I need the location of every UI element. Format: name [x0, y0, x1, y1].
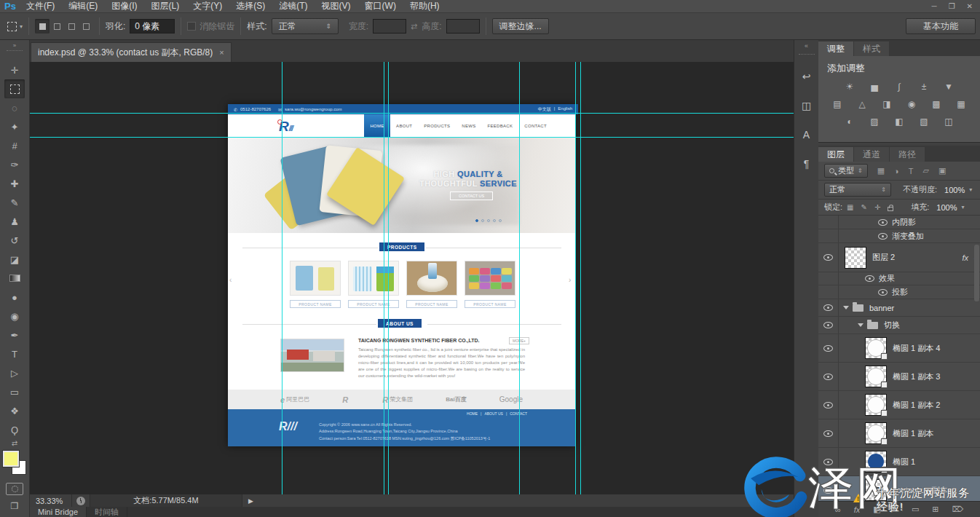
effect-item-drop-shadow[interactable]: 投影 [818, 285, 980, 299]
filter-pixel-layers-icon[interactable]: ▦ [877, 166, 885, 175]
height-input[interactable] [446, 19, 480, 33]
lock-position-icon[interactable]: ✛ [874, 203, 880, 211]
blend-mode-dropdown[interactable]: 正常 ⇕ [824, 183, 891, 197]
tab-adjustments[interactable]: 调整 [818, 42, 853, 56]
hand-tool[interactable]: ❖ [4, 401, 25, 420]
levels-icon[interactable]: ▅ [867, 81, 882, 92]
lock-transparency-icon[interactable]: ▦ [847, 203, 853, 211]
character-panel-icon[interactable]: A [798, 126, 815, 143]
text-layer-thumbnail[interactable]: T [865, 479, 887, 501]
layer-thumbnail[interactable] [865, 422, 887, 444]
lock-all-icon[interactable] [888, 207, 893, 211]
swap-colors-icon[interactable]: ⇄ [12, 439, 17, 449]
gradient-map-icon[interactable]: ▧ [917, 116, 932, 127]
selection-mode-intersect-button[interactable] [79, 19, 93, 33]
move-tool[interactable]: ✛ [4, 60, 25, 79]
visibility-eye-icon[interactable] [823, 487, 833, 494]
rectangular-marquee-tool[interactable] [4, 79, 25, 98]
lock-paint-icon[interactable]: ✎ [861, 203, 867, 211]
layer-row-ellipse1[interactable]: 椭圆 1 [818, 448, 980, 476]
curves-icon[interactable]: ∫ [892, 81, 907, 92]
clone-stamp-tool[interactable]: ♟ [4, 212, 25, 231]
selection-mode-new-button[interactable] [35, 19, 50, 33]
tab-timeline[interactable]: 时间轴 [87, 507, 127, 517]
type-tool[interactable]: T [4, 344, 25, 363]
tab-layers[interactable]: 图层 [818, 147, 853, 162]
eyedropper-tool[interactable]: ✑ [4, 155, 25, 174]
posterize-icon[interactable]: ▨ [867, 116, 882, 127]
layer-style-icon[interactable]: fx [854, 505, 861, 514]
color-lookup-icon[interactable]: ▦ [954, 98, 969, 110]
healing-brush-tool[interactable]: ✚ [4, 174, 25, 193]
layer-row-ellipse-copy2[interactable]: 椭圆 1 副本 2 [818, 391, 980, 419]
workspace-switcher-button[interactable]: 基本功能 [906, 18, 976, 34]
zoom-tool[interactable]: Ϙ [4, 420, 25, 439]
foreground-color-swatch[interactable] [3, 451, 19, 467]
filter-adjustment-layers-icon[interactable]: ◑ [894, 167, 899, 175]
menu-type[interactable]: 文字(Y) [193, 0, 222, 12]
expand-triangle-icon[interactable] [858, 323, 864, 327]
menu-select[interactable]: 选择(S) [236, 0, 265, 12]
fx-badge[interactable]: fx [962, 253, 968, 262]
layers-scrollbar[interactable] [974, 245, 979, 301]
exposure-icon[interactable]: ± [917, 81, 932, 92]
brush-tool[interactable]: ✎ [4, 193, 25, 212]
tab-styles[interactable]: 样式 [854, 42, 889, 56]
history-brush-tool[interactable]: ↺ [4, 231, 25, 250]
visibility-eye-icon[interactable] [823, 459, 833, 465]
swap-dimensions-icon[interactable]: ⇄ [411, 22, 417, 31]
close-icon[interactable]: ✕ [967, 2, 973, 10]
canvas-viewport[interactable]: ✆ 0512-82707626 ✉ sara.wu@rongwengroup.c… [30, 62, 794, 494]
feather-input[interactable]: 0 像素 [130, 19, 175, 33]
layer-row-ellipse-copy3[interactable]: 椭圆 1 副本 3 [818, 363, 980, 391]
effects-header[interactable]: 效果 [818, 272, 980, 285]
adjustment-layer-icon[interactable]: ◑ [893, 505, 898, 514]
group-row-banner[interactable]: banner [818, 299, 980, 317]
tool-preset-picker[interactable]: ▾ [7, 22, 23, 31]
invert-icon[interactable]: ◐ [842, 116, 858, 127]
layer-row-ellipse-copy[interactable]: 椭圆 1 副本 [818, 419, 980, 448]
path-selection-tool[interactable]: ▷ [4, 363, 25, 382]
selective-color-icon[interactable]: ◫ [941, 116, 957, 127]
menu-layer[interactable]: 图层(L) [151, 0, 180, 12]
menu-window[interactable]: 窗口(W) [365, 0, 396, 12]
tools-panel-header[interactable]: » [0, 40, 29, 60]
brightness-contrast-icon[interactable]: ☀ [842, 81, 858, 92]
link-layers-icon[interactable]: ∞ [835, 505, 841, 514]
visibility-eye-icon[interactable] [823, 254, 833, 261]
layer-row-ellipse-copy4[interactable]: 椭圆 1 副本 4 [818, 334, 980, 363]
selection-mode-subtract-button[interactable] [64, 19, 79, 33]
filter-shape-layers-icon[interactable]: ▱ [923, 166, 929, 175]
channel-mixer-icon[interactable]: ▩ [929, 98, 944, 110]
quick-mask-button[interactable] [6, 483, 23, 495]
visibility-eye-icon[interactable] [878, 289, 888, 296]
width-input[interactable] [373, 19, 406, 33]
antialias-checkbox[interactable] [187, 22, 196, 31]
pen-tool[interactable]: ✒ [4, 325, 25, 344]
visibility-eye-icon[interactable] [823, 345, 833, 352]
paragraph-panel-icon[interactable]: ¶ [798, 155, 815, 173]
menu-edit[interactable]: 编辑(E) [68, 0, 98, 12]
eraser-tool[interactable]: ◪ [4, 250, 25, 269]
color-balance-icon[interactable]: △ [855, 98, 870, 110]
shape-tool[interactable]: ▭ [4, 382, 25, 401]
effect-item-gradient-overlay[interactable]: 渐变叠加 [818, 229, 980, 243]
layer-filter-type-dropdown[interactable]: 类型 ⇕ [824, 164, 868, 178]
filter-smart-objects-icon[interactable]: ▣ [938, 166, 946, 175]
visibility-eye-icon[interactable] [878, 233, 888, 240]
opacity-value[interactable]: 100% [944, 186, 965, 194]
visibility-eye-icon[interactable] [878, 219, 888, 226]
menu-filter[interactable]: 滤镜(T) [279, 0, 307, 12]
gradient-tool[interactable] [4, 269, 25, 288]
crop-tool[interactable]: # [4, 136, 25, 155]
refine-edge-button[interactable]: 调整边缘... [492, 18, 549, 34]
threshold-icon[interactable]: ◧ [892, 116, 907, 127]
quick-selection-tool[interactable]: ✦ [4, 117, 25, 136]
style-dropdown[interactable]: 正常 ⇕ [272, 18, 339, 34]
layer-thumbnail[interactable] [865, 394, 887, 416]
lasso-tool[interactable]: ◌ [4, 98, 25, 117]
layer-mask-icon[interactable]: ◧ [873, 505, 880, 514]
new-layer-icon[interactable]: ⊞ [932, 505, 938, 514]
visibility-eye-icon[interactable] [823, 322, 833, 328]
vibrance-icon[interactable]: ▼ [941, 81, 957, 92]
